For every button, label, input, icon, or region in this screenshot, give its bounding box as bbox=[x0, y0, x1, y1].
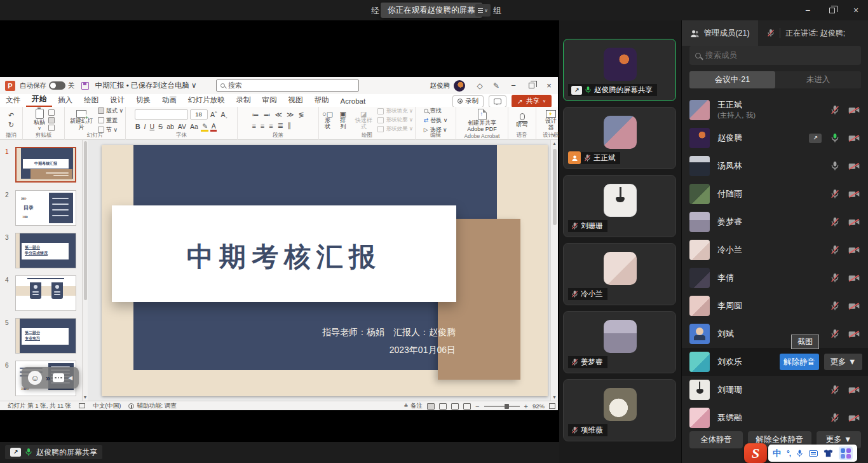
tab-design[interactable]: 设计 bbox=[104, 94, 130, 107]
mic-muted-icon[interactable] bbox=[831, 189, 839, 199]
camera-off-icon[interactable] bbox=[848, 190, 860, 198]
member-row[interactable]: 汤凤林 bbox=[682, 152, 868, 180]
slide-editor[interactable]: 中期考核汇报 指导老师：杨娟 汇报人：赵俊腾 2023年01月06日 bbox=[102, 145, 548, 396]
copy-icon[interactable] bbox=[48, 117, 55, 123]
member-row[interactable]: 王正斌(主持人, 我) bbox=[682, 96, 868, 124]
slide-subtitle[interactable]: 指导老师：杨娟 汇报人：赵俊腾 2023年01月06日 bbox=[322, 323, 456, 359]
tab-view[interactable]: 视图 bbox=[283, 94, 309, 107]
font-name-box[interactable] bbox=[135, 109, 188, 120]
paste-button[interactable]: 粘贴∨ bbox=[32, 109, 46, 132]
video-tile[interactable]: 姜梦睿 bbox=[563, 311, 676, 373]
shrink-font-icon[interactable]: A˯ bbox=[220, 111, 229, 118]
tab-acrobat[interactable]: Acrobat bbox=[335, 96, 372, 107]
shapes-button[interactable]: ○▢形状 bbox=[321, 111, 334, 130]
video-tile[interactable]: 刘珊珊 bbox=[563, 175, 676, 237]
new-slide-button[interactable]: 新建幻灯片 bbox=[67, 110, 96, 130]
member-search-input[interactable] bbox=[705, 51, 855, 60]
camera-off-icon[interactable] bbox=[848, 414, 860, 422]
tab-animations[interactable]: 动画 bbox=[156, 94, 182, 107]
video-tile[interactable]: 王正斌 bbox=[563, 107, 676, 169]
zoom-level[interactable]: 92% bbox=[532, 403, 545, 410]
tab-slideshow[interactable]: 幻灯片放映 bbox=[182, 94, 231, 107]
canvas-scrollbar[interactable]: ▲ ▼ bbox=[550, 140, 558, 401]
tab-insert[interactable]: 插入 bbox=[52, 94, 78, 107]
restore-button[interactable] bbox=[820, 0, 844, 20]
member-row[interactable]: 冷小兰 bbox=[682, 236, 868, 264]
numbering-icon[interactable]: ≕ bbox=[263, 111, 270, 119]
indent-decrease-icon[interactable]: ≪ bbox=[275, 111, 282, 119]
unmute-button[interactable]: 解除静音 bbox=[780, 354, 819, 370]
zoom-in-button[interactable]: + bbox=[524, 403, 528, 410]
font-size-box[interactable]: 18 bbox=[190, 109, 208, 120]
camera-off-icon[interactable] bbox=[848, 386, 860, 394]
designer-button[interactable]: 设计器 bbox=[541, 110, 560, 130]
redo-icon[interactable]: ↻ bbox=[8, 121, 14, 129]
tab-review[interactable]: 审阅 bbox=[257, 94, 283, 107]
more-button[interactable]: 更多 ▼ bbox=[824, 354, 862, 370]
notes-button[interactable]: ≜备注 bbox=[403, 402, 423, 410]
dictate-button[interactable]: 听写 bbox=[515, 113, 529, 128]
underline-button[interactable]: U bbox=[149, 123, 156, 130]
bold-button[interactable]: B bbox=[135, 123, 142, 130]
slideshow-button[interactable] bbox=[463, 403, 471, 410]
camera-off-icon[interactable] bbox=[848, 302, 860, 310]
mute-all-button[interactable]: 全体静音 bbox=[689, 431, 743, 448]
bullets-icon[interactable]: ≔ bbox=[252, 111, 259, 119]
slide-title-box[interactable]: 中期考核汇报 bbox=[112, 205, 456, 302]
mic-muted-icon[interactable] bbox=[831, 217, 839, 227]
tab-not-joined[interactable]: 未进入 bbox=[775, 71, 861, 88]
thumbnail-scrollbar[interactable]: ▼ bbox=[83, 140, 88, 401]
tab-file[interactable]: 文件 bbox=[0, 94, 26, 107]
columns-icon[interactable]: ∥ bbox=[288, 121, 292, 130]
char-spacing-icon[interactable]: AV bbox=[177, 123, 187, 130]
reading-view-button[interactable] bbox=[451, 403, 459, 410]
arrange-button[interactable]: ▣排列 bbox=[336, 111, 349, 130]
video-tile[interactable]: 冷小兰 bbox=[563, 243, 676, 305]
member-row[interactable]: 付随雨 bbox=[682, 180, 868, 208]
camera-off-icon[interactable] bbox=[848, 274, 860, 282]
shadow-button[interactable]: ab bbox=[166, 123, 175, 130]
scroll-up-icon[interactable]: ▲ bbox=[551, 141, 558, 146]
member-search[interactable] bbox=[689, 46, 861, 65]
mic-muted-icon[interactable] bbox=[831, 329, 839, 339]
chat-bubble-icon[interactable] bbox=[53, 373, 64, 382]
ppt-minimize-button[interactable]: − bbox=[505, 77, 522, 94]
ime-language-mode[interactable]: 中 bbox=[773, 448, 781, 459]
collapse-ribbon-icon[interactable]: ∨ bbox=[552, 132, 555, 138]
collapse-arrow-icon[interactable]: ◀ bbox=[68, 375, 72, 381]
layout-button[interactable]: 版式 ∨ bbox=[98, 107, 123, 115]
ime-voice-icon[interactable] bbox=[796, 449, 803, 458]
mic-muted-icon[interactable] bbox=[831, 301, 839, 311]
member-row[interactable]: 赵俊腾 ↗ bbox=[682, 124, 868, 152]
sogou-logo-icon[interactable]: S bbox=[744, 443, 767, 463]
account-avatar[interactable] bbox=[454, 80, 465, 92]
justify-icon[interactable]: ≣ bbox=[278, 121, 283, 130]
replace-button[interactable]: ⇄替换 ∨ bbox=[424, 116, 448, 125]
mic-on-icon[interactable] bbox=[831, 133, 839, 143]
video-tile[interactable]: 项维薇 bbox=[563, 379, 676, 441]
line-spacing-icon[interactable]: ≶ bbox=[298, 111, 304, 119]
camera-off-icon[interactable] bbox=[848, 106, 860, 114]
account-name[interactable]: 赵俊腾 bbox=[430, 81, 451, 90]
document-title[interactable]: 中期汇报 • 已保存到这台电脑 ∨ bbox=[95, 81, 197, 90]
tab-help[interactable]: 帮助 bbox=[309, 94, 335, 107]
grow-font-icon[interactable]: Aˆ bbox=[210, 111, 219, 118]
member-row[interactable]: 姜梦睿 bbox=[682, 208, 868, 236]
undo-icon[interactable]: ↶ bbox=[8, 111, 14, 120]
mic-muted-icon[interactable] bbox=[831, 413, 839, 423]
tab-in-meeting[interactable]: 会议中·21 bbox=[689, 71, 775, 88]
create-pdf-button[interactable]: 创建并共享 Adobe PDF bbox=[461, 109, 504, 132]
align-left-icon[interactable]: ≡ bbox=[252, 122, 255, 130]
display-settings-icon[interactable] bbox=[79, 403, 85, 408]
member-row[interactable]: 聂绣融 bbox=[682, 404, 868, 431]
close-button[interactable]: × bbox=[844, 0, 868, 20]
shape-outline-button[interactable]: 形状轮廓 ∨ bbox=[377, 116, 413, 124]
ppt-restore-button[interactable] bbox=[522, 77, 540, 94]
reset-button[interactable]: 重置 bbox=[98, 116, 123, 125]
fit-to-window-icon[interactable] bbox=[549, 403, 555, 409]
reaction-toolbar[interactable]: ☺ » ◀ bbox=[22, 367, 79, 389]
scroll-down-icon[interactable]: ▼ bbox=[551, 395, 558, 399]
normal-view-button[interactable] bbox=[427, 403, 435, 410]
language-status[interactable]: 中文(中国) bbox=[93, 402, 121, 410]
camera-off-icon[interactable] bbox=[848, 134, 860, 142]
